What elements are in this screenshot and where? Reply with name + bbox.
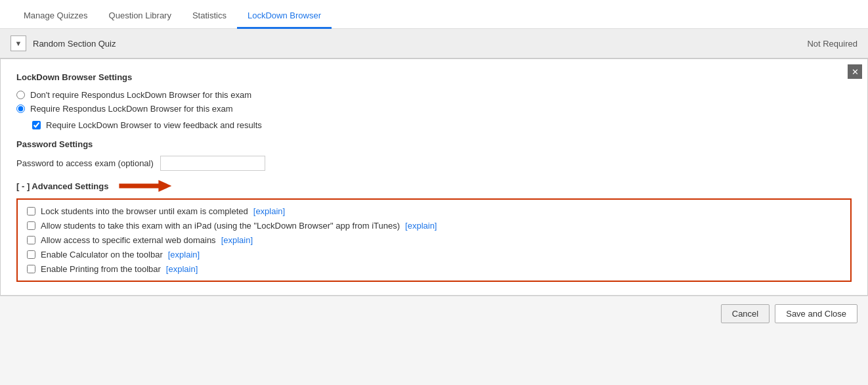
top-nav: Manage Quizzes Question Library Statisti… <box>0 0 868 29</box>
quiz-row-status: Not Required <box>807 39 857 49</box>
advanced-box: Lock students into the browser until exa… <box>16 198 852 282</box>
save-and-close-button[interactable]: Save and Close <box>775 304 857 323</box>
cancel-button[interactable]: Cancel <box>721 304 770 323</box>
adv-checkbox-enable-printing[interactable] <box>27 265 35 273</box>
quiz-row-chevron[interactable]: ▼ <box>11 35 26 51</box>
advanced-header: [ - ] Advanced Settings <box>16 180 852 192</box>
nav-statistics[interactable]: Statistics <box>182 4 237 29</box>
radio-dont-require[interactable]: Don't require Respondus LockDown Browser… <box>16 90 852 100</box>
radio-group: Don't require Respondus LockDown Browser… <box>16 90 852 130</box>
password-input[interactable] <box>160 156 265 171</box>
adv-explain-allow-domains[interactable]: [explain] <box>221 235 253 245</box>
password-section-title: Password Settings <box>16 139 852 149</box>
adv-explain-enable-calculator[interactable]: [explain] <box>168 250 200 260</box>
radio-dont-require-input[interactable] <box>16 91 25 99</box>
quiz-row-title: Random Section Quiz <box>33 39 800 49</box>
adv-explain-enable-printing[interactable]: [explain] <box>166 264 198 274</box>
password-label-text: Password to access exam (optional) <box>16 158 154 168</box>
checkbox-feedback[interactable]: Require LockDown Browser to view feedbac… <box>32 120 852 130</box>
adv-checkbox-allow-domains[interactable] <box>27 236 35 244</box>
settings-panel: ✕ LockDown Browser Settings Don't requir… <box>0 58 868 296</box>
adv-label-allow-ipad: Allow students to take this exam with an… <box>41 221 400 231</box>
adv-item-allow-domains[interactable]: Allow access to specific external web do… <box>27 235 841 245</box>
adv-explain-lock-students[interactable]: [explain] <box>253 206 285 216</box>
nav-question-library[interactable]: Question Library <box>98 4 182 29</box>
advanced-header-label: [ - ] Advanced Settings <box>16 181 108 191</box>
close-button[interactable]: ✕ <box>848 64 862 79</box>
arrow-indicator <box>119 180 171 192</box>
adv-checkbox-enable-calculator[interactable] <box>27 250 35 259</box>
bottom-bar: Cancel Save and Close <box>0 296 868 331</box>
password-row: Password to access exam (optional) <box>16 156 852 171</box>
adv-item-lock-students[interactable]: Lock students into the browser until exa… <box>27 206 841 216</box>
checkbox-feedback-label: Require LockDown Browser to view feedbac… <box>46 120 262 130</box>
adv-item-enable-printing[interactable]: Enable Printing from the toolbar [explai… <box>27 264 841 274</box>
checkbox-feedback-input[interactable] <box>32 121 41 129</box>
adv-checkbox-allow-ipad[interactable] <box>27 221 35 230</box>
adv-label-enable-printing: Enable Printing from the toolbar <box>41 264 161 274</box>
radio-dont-require-label: Don't require Respondus LockDown Browser… <box>30 90 251 100</box>
quiz-row: ▼ Random Section Quiz Not Required <box>0 29 868 58</box>
password-section: Password Settings Password to access exa… <box>16 139 852 171</box>
adv-item-allow-ipad[interactable]: Allow students to take this exam with an… <box>27 221 841 231</box>
adv-label-allow-domains: Allow access to specific external web do… <box>41 235 216 245</box>
radio-require[interactable]: Require Respondus LockDown Browser for t… <box>16 104 852 114</box>
nav-lockdown-browser[interactable]: LockDown Browser <box>237 4 332 29</box>
adv-explain-allow-ipad[interactable]: [explain] <box>405 221 437 231</box>
settings-title: LockDown Browser Settings <box>16 72 852 82</box>
radio-require-label: Require Respondus LockDown Browser for t… <box>30 104 233 114</box>
radio-require-input[interactable] <box>16 104 25 113</box>
adv-label-lock-students: Lock students into the browser until exa… <box>41 206 248 216</box>
adv-checkbox-lock-students[interactable] <box>27 207 35 215</box>
nav-manage-quizzes[interactable]: Manage Quizzes <box>13 4 98 29</box>
adv-item-enable-calculator[interactable]: Enable Calculator on the toolbar [explai… <box>27 250 841 260</box>
adv-label-enable-calculator: Enable Calculator on the toolbar <box>41 250 163 260</box>
